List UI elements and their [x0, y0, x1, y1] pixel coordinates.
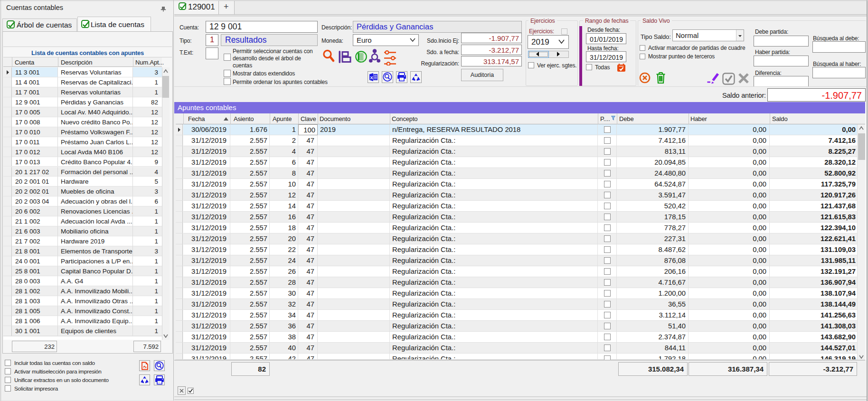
svg-text:X: X: [370, 75, 373, 80]
